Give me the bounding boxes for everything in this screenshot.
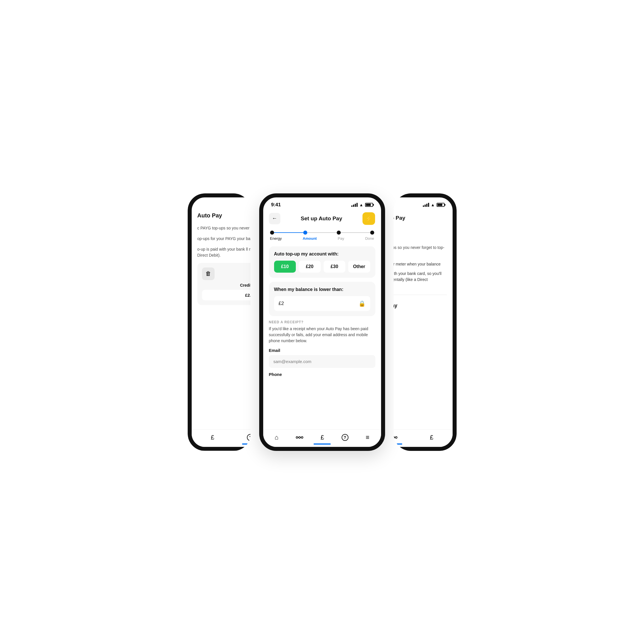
menu-icon-center: ≡ <box>366 434 369 441</box>
right-nav-title: Auto Pay <box>394 215 405 221</box>
status-bar-right: 9:41 ▲ <box>394 197 453 210</box>
battery-icon-right <box>437 203 445 207</box>
right-nav-bar: ← Auto Pay <box>394 210 453 226</box>
status-bar-left: ▲ <box>192 197 251 210</box>
auto-pay-title: Auto Pay <box>394 230 447 241</box>
right-screen: ← Auto Pay Auto Pay Set up automatic PAY… <box>394 210 453 447</box>
step-dot-energy <box>270 231 274 235</box>
right-phone: 9:41 ▲ ← A <box>394 193 457 451</box>
receipt-label: NEED A RECEIPT? <box>269 320 375 324</box>
check-list: ✓ Set repeat top-ups for your meter when… <box>394 261 447 283</box>
svg-point-6 <box>394 437 395 438</box>
usage-nav-right[interactable] <box>394 434 400 441</box>
check-item-1: ✓ Set repeat top-ups for your meter when… <box>394 261 447 267</box>
right-content: Auto Pay Set up automatic PAYG top-ups s… <box>394 226 453 429</box>
delete-icon-box[interactable]: 🗑 <box>202 267 215 280</box>
usage-nav-center[interactable] <box>294 434 306 441</box>
billing-nav-center[interactable]: £ <box>318 433 326 442</box>
phone-label: Phone <box>269 372 375 377</box>
left-bottom-nav: £ ? ≡ <box>192 429 251 447</box>
left-content: c PAYG top-ups so you never when your ba… <box>192 221 251 429</box>
step-label-energy: Energy <box>270 236 282 241</box>
step-labels: Energy Amount Pay Done <box>270 236 374 241</box>
receipt-desc: If you'd like a receipt when your Auto P… <box>269 326 375 344</box>
receipt-section: NEED A RECEIPT? If you'd like a receipt … <box>269 320 375 377</box>
signal-icon-right <box>423 203 429 207</box>
back-button-center[interactable]: ← <box>269 213 280 224</box>
billing-nav-right[interactable]: £ <box>428 433 436 442</box>
wifi-icon-right: ▲ <box>431 203 435 207</box>
svg-point-1 <box>299 437 300 438</box>
center-time: 9:41 <box>271 202 281 208</box>
delete-icon: 🗑 <box>205 270 211 277</box>
left-phone: ▲ Auto Pay c PAYG top-ups so you never w… <box>188 193 251 451</box>
billing-icon-right: £ <box>430 434 433 441</box>
status-icons-right: ▲ <box>423 203 445 207</box>
amount-btn-30[interactable]: £30 <box>324 261 346 273</box>
phones-container: ▲ Auto Pay c PAYG top-ups so you never w… <box>188 193 457 451</box>
lock-icon: 🔒 <box>358 300 366 307</box>
help-icon-left: ? <box>247 434 250 441</box>
step-line-2 <box>307 232 337 233</box>
amount-btn-other[interactable]: Other <box>348 261 370 273</box>
steps-track <box>270 231 374 235</box>
get-started-label: GET STARTED <box>394 288 447 292</box>
left-body-text2: op-ups for your PAYG your balance reache… <box>197 236 251 242</box>
step-line-1 <box>274 232 304 233</box>
check-text-2: Your auto top-up is paid with your bank … <box>394 271 447 283</box>
lightning-button[interactable]: ⚡ <box>362 212 375 225</box>
balance-title: When my balance is lower than: <box>274 287 370 292</box>
left-phone-container: ▲ Auto Pay c PAYG top-ups so you never w… <box>188 193 251 451</box>
balance-card: When my balance is lower than: £2 🔒 <box>269 282 375 316</box>
topup-card: Auto top-up my account with: £10 £20 £30… <box>269 246 375 278</box>
left-body-text1: c PAYG top-ups so you never when your ba… <box>197 225 251 231</box>
right-bottom-nav: ⌂ £ <box>394 429 453 447</box>
center-bottom-nav: ⌂ £ ? ≡ <box>263 429 381 447</box>
left-screen: Auto Pay c PAYG top-ups so you never whe… <box>192 210 251 447</box>
step-label-pay: Pay <box>338 236 344 241</box>
credit-limit-card: 🗑 Credit limit £2.00 <box>197 263 251 305</box>
step-dot-amount <box>303 231 307 235</box>
topup-title: Auto top-up my account with: <box>274 251 370 257</box>
step-line-3 <box>341 232 370 233</box>
step-label-done: Done <box>365 236 374 241</box>
left-header-title: Auto Pay <box>197 212 222 219</box>
setup-btn-text: Set up Auto Pay <box>394 303 397 309</box>
center-nav-bar: ← Set up Auto Pay ⚡ <box>263 210 381 227</box>
lightning-icon: ⚡ <box>365 215 372 222</box>
svg-point-2 <box>301 437 303 438</box>
email-input[interactable] <box>269 355 375 368</box>
amount-btn-20[interactable]: £20 <box>299 261 321 273</box>
setup-auto-pay-button[interactable]: ∞ Set up Auto Pay <box>394 299 447 313</box>
right-phone-container: 9:41 ▲ ← A <box>394 193 457 451</box>
center-nav-title: Set up Auto Pay <box>301 215 342 222</box>
left-body-text3: o-up is paid with your bank ll never go … <box>197 246 251 258</box>
center-main-content: Auto top-up my account with: £10 £20 £30… <box>263 243 381 429</box>
home-icon-center: ⌂ <box>275 434 278 441</box>
email-label: Email <box>269 348 375 353</box>
step-dot-done <box>370 231 374 235</box>
progress-steps: Energy Amount Pay Done <box>263 227 381 243</box>
auto-pay-desc: Set up automatic PAYG top-ups so you nev… <box>394 245 447 257</box>
home-nav-center[interactable]: ⌂ <box>272 433 281 442</box>
help-nav-left[interactable]: ? <box>245 433 250 442</box>
amount-btn-10[interactable]: £10 <box>274 261 296 273</box>
center-phone: 9:41 ▲ ← Set up Auto Pay ⚡ <box>259 193 385 451</box>
step-label-amount: Amount <box>303 236 317 241</box>
balance-value: £2 <box>279 301 284 306</box>
status-icons-center: ▲ <box>351 203 373 207</box>
email-form-group: Email <box>269 348 375 368</box>
phone-form-group: Phone <box>269 372 375 377</box>
help-nav-center[interactable]: ? <box>339 433 351 442</box>
credit-limit-label: Credit limit <box>202 283 251 288</box>
status-bar-center: 9:41 ▲ <box>263 197 381 210</box>
help-icon-center: ? <box>342 434 348 441</box>
billing-nav-left[interactable]: £ <box>209 433 217 442</box>
balance-input-row: £2 🔒 <box>274 296 370 311</box>
left-nav-bar: Auto Pay <box>192 210 251 221</box>
get-started-divider <box>394 295 447 295</box>
amount-options: £10 £20 £30 Other <box>274 261 370 273</box>
menu-nav-center[interactable]: ≡ <box>363 433 372 442</box>
step-dot-pay <box>337 231 341 235</box>
check-text-1: Set repeat top-ups for your meter when y… <box>394 261 441 267</box>
